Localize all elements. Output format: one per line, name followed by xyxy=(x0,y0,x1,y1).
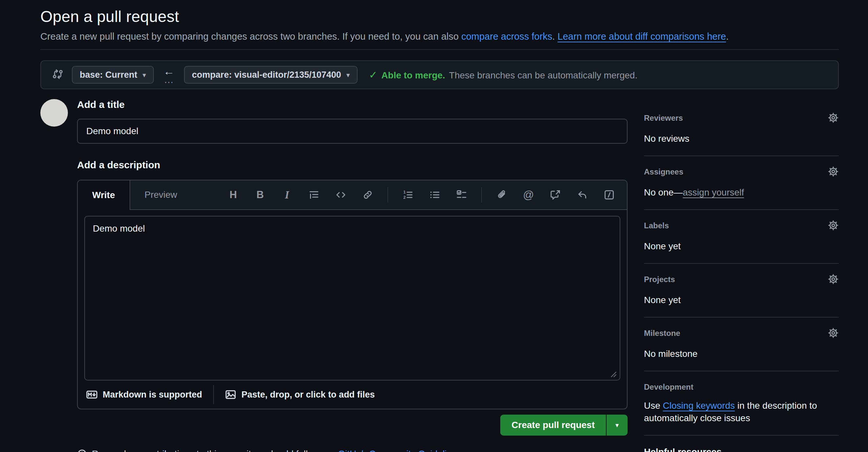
gear-icon xyxy=(828,220,839,231)
slash-commands-button[interactable] xyxy=(598,184,620,206)
gear-icon xyxy=(828,166,839,177)
subtitle-period: . xyxy=(726,31,728,42)
avatar-column xyxy=(40,99,77,452)
sidebar-section-development: Development Use Closing keywords in the … xyxy=(644,371,839,435)
compare-direction-icon: ← … xyxy=(162,66,176,83)
quote-button[interactable] xyxy=(303,184,325,206)
pull-request-compose-page: Open a pull request Create a new pull re… xyxy=(0,0,868,452)
create-pull-request-split-button: Create pull request ▾ xyxy=(500,415,627,435)
tab-preview[interactable]: Preview xyxy=(130,181,192,209)
footer-separator xyxy=(213,385,214,404)
paperclip-icon xyxy=(496,190,507,200)
image-icon xyxy=(225,389,236,400)
link-icon xyxy=(363,190,373,200)
chevron-down-icon: ▾ xyxy=(346,71,350,78)
subtitle-separator: . xyxy=(552,31,557,42)
sidebar-section-reviewers: Reviewers No reviews xyxy=(644,114,839,156)
italic-button[interactable]: I xyxy=(276,184,298,206)
sidebar-section-milestone: Milestone No milestone xyxy=(644,318,839,371)
title-input[interactable] xyxy=(77,119,627,144)
attach-files-button[interactable]: Paste, drop, or click to add files xyxy=(225,389,375,400)
bold-button[interactable]: B xyxy=(249,184,271,206)
tab-write[interactable]: Write xyxy=(78,181,130,210)
description-textarea[interactable]: Demo model xyxy=(84,216,620,381)
info-icon xyxy=(77,449,87,452)
development-text: Use Closing keywords in the description … xyxy=(644,399,823,424)
closing-keywords-link[interactable]: Closing keywords xyxy=(663,400,735,411)
markdown-toolbar: H B I 12 xyxy=(222,181,627,209)
create-pull-request-button[interactable]: Create pull request xyxy=(500,415,606,435)
editor-body: Demo model xyxy=(78,210,627,381)
compare-across-forks-link[interactable]: compare across forks xyxy=(461,31,552,42)
cross-reference-button[interactable] xyxy=(544,184,566,206)
slash-command-icon xyxy=(604,190,614,200)
milestone-gear-button[interactable] xyxy=(828,327,839,340)
community-guidelines-link[interactable]: GitHub Community Guidelines xyxy=(338,449,462,452)
assignees-gear-button[interactable] xyxy=(828,166,839,179)
attach-file-button[interactable] xyxy=(490,184,513,206)
assignees-heading: Assignees xyxy=(644,167,683,176)
gear-icon xyxy=(828,112,839,123)
toolbar-separator xyxy=(388,187,388,202)
sidebar-section-labels: Labels None yet xyxy=(644,210,839,264)
assignees-value: No one—assign yourself xyxy=(644,186,839,199)
contribution-note-text: Remember, contributions to this reposito… xyxy=(92,449,464,452)
merge-status-detail: These branches can be automatically merg… xyxy=(449,70,638,81)
chevron-down-icon: ▾ xyxy=(615,422,619,428)
note-period: . xyxy=(462,449,464,452)
development-heading: Development xyxy=(644,383,693,392)
numbered-list-button[interactable]: 12 xyxy=(397,184,419,206)
markdown-icon xyxy=(86,389,97,400)
reply-arrow-icon xyxy=(577,190,588,200)
chevron-down-icon: ▾ xyxy=(143,71,146,78)
title-heading: Add a title xyxy=(77,99,627,110)
subtitle-text: Create a new pull request by comparing c… xyxy=(40,31,461,42)
page-title: Open a pull request xyxy=(40,7,839,26)
compare-branch-dropdown[interactable]: compare: visual-editor/2135/107400 ▾ xyxy=(184,66,358,84)
assign-yourself-link[interactable]: assign yourself xyxy=(683,187,744,197)
gear-icon xyxy=(828,327,839,338)
check-icon: ✓ xyxy=(369,69,377,81)
sidebar-section-projects: Projects None yet xyxy=(644,264,839,318)
avatar xyxy=(40,99,68,127)
labels-gear-button[interactable] xyxy=(828,220,839,232)
saved-replies-button[interactable] xyxy=(571,184,593,206)
heading-icon: H xyxy=(229,189,237,201)
git-compare-icon xyxy=(52,69,63,81)
cross-reference-icon xyxy=(550,190,561,200)
branch-compare-bar: base: Current ▾ ← … compare: visual-edit… xyxy=(40,60,839,89)
heading-button[interactable]: H xyxy=(222,184,244,206)
numbered-list-icon: 12 xyxy=(403,190,413,200)
task-list-icon xyxy=(456,190,467,200)
code-button[interactable] xyxy=(330,184,352,206)
main-form-column: Add a title Add a description Write Prev… xyxy=(77,99,627,452)
base-branch-dropdown[interactable]: base: Current ▾ xyxy=(72,66,154,84)
assignees-text: No one— xyxy=(644,187,683,197)
ellipsis-icon: … xyxy=(164,76,174,83)
markdown-supported-label: Markdown is supported xyxy=(103,390,202,400)
create-options-dropdown[interactable]: ▾ xyxy=(607,415,627,435)
reviewers-value: No reviews xyxy=(644,132,839,145)
projects-heading: Projects xyxy=(644,275,675,284)
projects-gear-button[interactable] xyxy=(828,273,839,286)
gear-icon xyxy=(828,273,839,285)
markdown-editor: Write Preview H B I xyxy=(77,180,627,409)
quote-icon xyxy=(309,190,319,200)
task-list-button[interactable] xyxy=(451,184,473,206)
link-button[interactable] xyxy=(356,184,379,206)
bulleted-list-icon xyxy=(429,190,440,200)
bulleted-list-button[interactable] xyxy=(424,184,446,206)
editor-footer: Markdown is supported Paste, drop, or cl… xyxy=(78,381,627,409)
pr-sidebar: Reviewers No reviews Assignees No one—as… xyxy=(644,99,839,452)
base-branch-label: base: Current xyxy=(80,70,137,80)
mention-button[interactable]: @ xyxy=(517,184,539,206)
svg-text:1: 1 xyxy=(403,190,405,195)
labels-heading: Labels xyxy=(644,221,669,230)
diff-comparisons-link[interactable]: Learn more about diff comparisons here xyxy=(558,31,726,42)
merge-status: ✓ Able to merge. These branches can be a… xyxy=(369,69,638,81)
italic-icon: I xyxy=(285,189,289,201)
attach-files-label: Paste, drop, or click to add files xyxy=(242,390,375,400)
markdown-supported-link[interactable]: Markdown is supported xyxy=(86,389,202,400)
reviewers-gear-button[interactable] xyxy=(828,112,839,125)
reviewers-heading: Reviewers xyxy=(644,114,683,123)
